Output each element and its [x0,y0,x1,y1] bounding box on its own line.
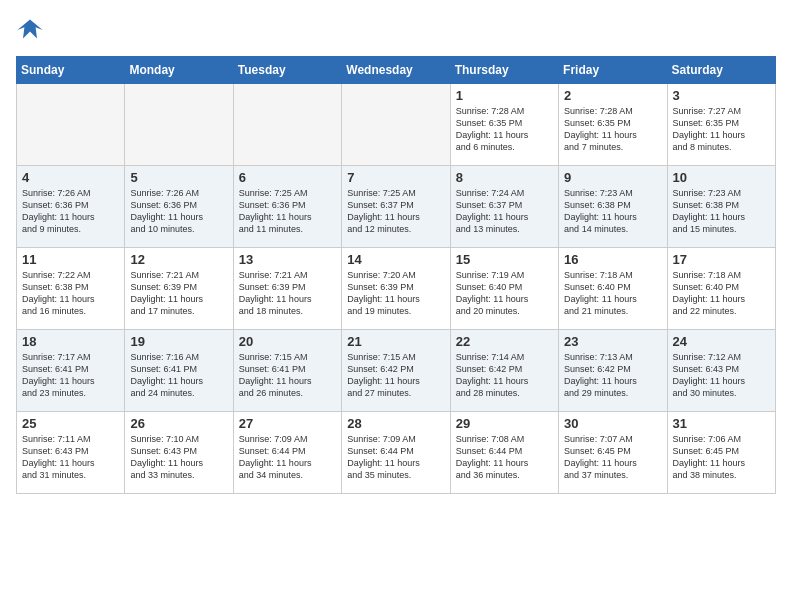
column-header-friday: Friday [559,57,667,84]
day-info: Sunrise: 7:27 AM Sunset: 6:35 PM Dayligh… [673,105,770,154]
day-number: 30 [564,416,661,431]
day-info: Sunrise: 7:23 AM Sunset: 6:38 PM Dayligh… [564,187,661,236]
calendar-cell: 30Sunrise: 7:07 AM Sunset: 6:45 PM Dayli… [559,412,667,494]
calendar-cell [233,84,341,166]
day-number: 16 [564,252,661,267]
day-info: Sunrise: 7:09 AM Sunset: 6:44 PM Dayligh… [239,433,336,482]
day-info: Sunrise: 7:18 AM Sunset: 6:40 PM Dayligh… [673,269,770,318]
day-number: 9 [564,170,661,185]
calendar-cell [125,84,233,166]
day-number: 11 [22,252,119,267]
day-info: Sunrise: 7:11 AM Sunset: 6:43 PM Dayligh… [22,433,119,482]
logo-bird-icon [16,16,44,44]
calendar-table: SundayMondayTuesdayWednesdayThursdayFrid… [16,56,776,494]
calendar-cell: 7Sunrise: 7:25 AM Sunset: 6:37 PM Daylig… [342,166,450,248]
logo [16,16,48,44]
calendar-cell: 19Sunrise: 7:16 AM Sunset: 6:41 PM Dayli… [125,330,233,412]
day-info: Sunrise: 7:26 AM Sunset: 6:36 PM Dayligh… [130,187,227,236]
column-header-thursday: Thursday [450,57,558,84]
day-info: Sunrise: 7:15 AM Sunset: 6:41 PM Dayligh… [239,351,336,400]
day-number: 10 [673,170,770,185]
page-header [16,16,776,44]
day-number: 27 [239,416,336,431]
day-number: 14 [347,252,444,267]
day-number: 15 [456,252,553,267]
column-header-monday: Monday [125,57,233,84]
day-number: 31 [673,416,770,431]
calendar-cell: 22Sunrise: 7:14 AM Sunset: 6:42 PM Dayli… [450,330,558,412]
week-row-1: 1Sunrise: 7:28 AM Sunset: 6:35 PM Daylig… [17,84,776,166]
day-info: Sunrise: 7:17 AM Sunset: 6:41 PM Dayligh… [22,351,119,400]
day-info: Sunrise: 7:24 AM Sunset: 6:37 PM Dayligh… [456,187,553,236]
day-number: 17 [673,252,770,267]
calendar-cell: 5Sunrise: 7:26 AM Sunset: 6:36 PM Daylig… [125,166,233,248]
day-number: 23 [564,334,661,349]
day-info: Sunrise: 7:07 AM Sunset: 6:45 PM Dayligh… [564,433,661,482]
calendar-cell: 16Sunrise: 7:18 AM Sunset: 6:40 PM Dayli… [559,248,667,330]
day-number: 28 [347,416,444,431]
calendar-cell: 20Sunrise: 7:15 AM Sunset: 6:41 PM Dayli… [233,330,341,412]
day-number: 2 [564,88,661,103]
day-number: 29 [456,416,553,431]
day-info: Sunrise: 7:25 AM Sunset: 6:37 PM Dayligh… [347,187,444,236]
svg-marker-0 [17,20,42,39]
day-number: 22 [456,334,553,349]
calendar-cell: 31Sunrise: 7:06 AM Sunset: 6:45 PM Dayli… [667,412,775,494]
day-info: Sunrise: 7:26 AM Sunset: 6:36 PM Dayligh… [22,187,119,236]
day-number: 24 [673,334,770,349]
calendar-cell: 23Sunrise: 7:13 AM Sunset: 6:42 PM Dayli… [559,330,667,412]
day-info: Sunrise: 7:06 AM Sunset: 6:45 PM Dayligh… [673,433,770,482]
calendar-cell: 10Sunrise: 7:23 AM Sunset: 6:38 PM Dayli… [667,166,775,248]
calendar-cell: 29Sunrise: 7:08 AM Sunset: 6:44 PM Dayli… [450,412,558,494]
calendar-cell: 21Sunrise: 7:15 AM Sunset: 6:42 PM Dayli… [342,330,450,412]
calendar-cell: 25Sunrise: 7:11 AM Sunset: 6:43 PM Dayli… [17,412,125,494]
day-info: Sunrise: 7:19 AM Sunset: 6:40 PM Dayligh… [456,269,553,318]
day-info: Sunrise: 7:22 AM Sunset: 6:38 PM Dayligh… [22,269,119,318]
day-number: 21 [347,334,444,349]
calendar-cell [17,84,125,166]
calendar-cell: 27Sunrise: 7:09 AM Sunset: 6:44 PM Dayli… [233,412,341,494]
calendar-cell: 11Sunrise: 7:22 AM Sunset: 6:38 PM Dayli… [17,248,125,330]
day-number: 12 [130,252,227,267]
day-number: 1 [456,88,553,103]
day-info: Sunrise: 7:09 AM Sunset: 6:44 PM Dayligh… [347,433,444,482]
calendar-cell: 17Sunrise: 7:18 AM Sunset: 6:40 PM Dayli… [667,248,775,330]
day-number: 18 [22,334,119,349]
calendar-cell: 2Sunrise: 7:28 AM Sunset: 6:35 PM Daylig… [559,84,667,166]
calendar-cell: 3Sunrise: 7:27 AM Sunset: 6:35 PM Daylig… [667,84,775,166]
day-number: 19 [130,334,227,349]
calendar-cell: 18Sunrise: 7:17 AM Sunset: 6:41 PM Dayli… [17,330,125,412]
day-number: 4 [22,170,119,185]
week-row-2: 4Sunrise: 7:26 AM Sunset: 6:36 PM Daylig… [17,166,776,248]
calendar-cell: 28Sunrise: 7:09 AM Sunset: 6:44 PM Dayli… [342,412,450,494]
calendar-cell: 8Sunrise: 7:24 AM Sunset: 6:37 PM Daylig… [450,166,558,248]
column-header-wednesday: Wednesday [342,57,450,84]
day-info: Sunrise: 7:14 AM Sunset: 6:42 PM Dayligh… [456,351,553,400]
day-info: Sunrise: 7:20 AM Sunset: 6:39 PM Dayligh… [347,269,444,318]
week-row-5: 25Sunrise: 7:11 AM Sunset: 6:43 PM Dayli… [17,412,776,494]
day-info: Sunrise: 7:10 AM Sunset: 6:43 PM Dayligh… [130,433,227,482]
day-info: Sunrise: 7:25 AM Sunset: 6:36 PM Dayligh… [239,187,336,236]
calendar-cell: 12Sunrise: 7:21 AM Sunset: 6:39 PM Dayli… [125,248,233,330]
day-info: Sunrise: 7:18 AM Sunset: 6:40 PM Dayligh… [564,269,661,318]
calendar-cell: 4Sunrise: 7:26 AM Sunset: 6:36 PM Daylig… [17,166,125,248]
day-number: 5 [130,170,227,185]
column-header-saturday: Saturday [667,57,775,84]
day-number: 13 [239,252,336,267]
week-row-3: 11Sunrise: 7:22 AM Sunset: 6:38 PM Dayli… [17,248,776,330]
calendar-cell: 13Sunrise: 7:21 AM Sunset: 6:39 PM Dayli… [233,248,341,330]
calendar-cell [342,84,450,166]
column-header-sunday: Sunday [17,57,125,84]
calendar-cell: 15Sunrise: 7:19 AM Sunset: 6:40 PM Dayli… [450,248,558,330]
calendar-cell: 1Sunrise: 7:28 AM Sunset: 6:35 PM Daylig… [450,84,558,166]
calendar-cell: 26Sunrise: 7:10 AM Sunset: 6:43 PM Dayli… [125,412,233,494]
day-info: Sunrise: 7:08 AM Sunset: 6:44 PM Dayligh… [456,433,553,482]
day-info: Sunrise: 7:28 AM Sunset: 6:35 PM Dayligh… [456,105,553,154]
day-info: Sunrise: 7:13 AM Sunset: 6:42 PM Dayligh… [564,351,661,400]
calendar-cell: 9Sunrise: 7:23 AM Sunset: 6:38 PM Daylig… [559,166,667,248]
week-row-4: 18Sunrise: 7:17 AM Sunset: 6:41 PM Dayli… [17,330,776,412]
day-number: 20 [239,334,336,349]
header-row: SundayMondayTuesdayWednesdayThursdayFrid… [17,57,776,84]
day-number: 6 [239,170,336,185]
day-info: Sunrise: 7:21 AM Sunset: 6:39 PM Dayligh… [239,269,336,318]
